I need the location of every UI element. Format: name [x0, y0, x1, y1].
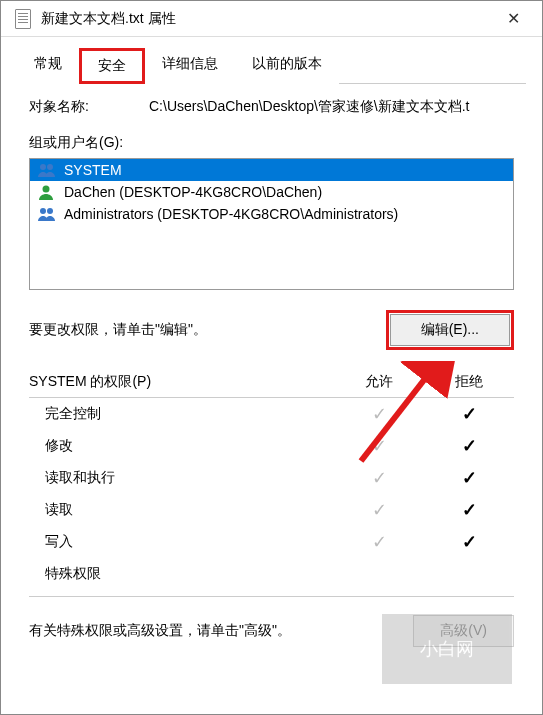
- watermark: 小白网: [382, 614, 512, 684]
- edit-hint: 要更改权限，请单击"编辑"。: [29, 321, 376, 339]
- allow-check-icon: ✓: [334, 405, 424, 423]
- titlebar: 新建文本文档.txt 属性 ✕: [1, 1, 542, 37]
- svg-point-1: [47, 164, 53, 170]
- perm-row-read: 读取 ✓ ✓: [29, 494, 514, 526]
- perm-name: 读取: [45, 501, 334, 519]
- edit-row: 要更改权限，请单击"编辑"。 编辑(E)...: [29, 310, 514, 350]
- edit-highlight: 编辑(E)...: [386, 310, 514, 350]
- deny-check-icon: ✓: [424, 405, 514, 423]
- perm-row-special: 特殊权限: [29, 558, 514, 590]
- window-title: 新建文本文档.txt 属性: [41, 10, 492, 28]
- deny-check-icon: ✓: [424, 533, 514, 551]
- allow-check-icon: ✓: [334, 437, 424, 455]
- perm-row-write: 写入 ✓ ✓: [29, 526, 514, 558]
- allow-check-icon: ✓: [334, 533, 424, 551]
- perm-name: 特殊权限: [45, 565, 334, 583]
- perm-row-modify: 修改 ✓ ✓: [29, 430, 514, 462]
- svg-point-0: [40, 164, 46, 170]
- perm-name: 读取和执行: [45, 469, 334, 487]
- svg-point-4: [47, 208, 53, 214]
- tab-content: 对象名称: C:\Users\DaChen\Desktop\管家速修\新建文本文…: [1, 84, 542, 661]
- svg-point-2: [43, 186, 50, 193]
- allow-column-header: 允许: [334, 373, 424, 391]
- permissions-list: 完全控制 ✓ ✓ 修改 ✓ ✓ 读取和执行 ✓ ✓ 读取 ✓ ✓ 写入 ✓ ✓ …: [29, 398, 514, 597]
- perm-name: 写入: [45, 533, 334, 551]
- user-item-administrators[interactable]: Administrators (DESKTOP-4KG8CRO\Administ…: [30, 203, 513, 225]
- group-icon: [36, 162, 58, 178]
- object-name-label: 对象名称:: [29, 98, 149, 116]
- perm-name: 修改: [45, 437, 334, 455]
- tab-details[interactable]: 详细信息: [145, 48, 235, 84]
- tab-security[interactable]: 安全: [79, 48, 145, 84]
- group-icon: [36, 206, 58, 222]
- user-icon: [36, 184, 58, 200]
- users-listbox[interactable]: SYSTEM DaChen (DESKTOP-4KG8CRO\DaChen) A…: [29, 158, 514, 290]
- advanced-hint: 有关特殊权限或高级设置，请单击"高级"。: [29, 622, 403, 640]
- permissions-header: SYSTEM 的权限(P) 允许 拒绝: [29, 370, 514, 398]
- allow-check-icon: ✓: [334, 469, 424, 487]
- user-item-label: SYSTEM: [64, 162, 122, 178]
- user-item-label: DaChen (DESKTOP-4KG8CRO\DaChen): [64, 184, 322, 200]
- user-item-dachen[interactable]: DaChen (DESKTOP-4KG8CRO\DaChen): [30, 181, 513, 203]
- perm-row-read-execute: 读取和执行 ✓ ✓: [29, 462, 514, 494]
- allow-check-icon: ✓: [334, 501, 424, 519]
- edit-button[interactable]: 编辑(E)...: [390, 314, 510, 346]
- deny-column-header: 拒绝: [424, 373, 514, 391]
- deny-check-icon: ✓: [424, 469, 514, 487]
- deny-check-icon: ✓: [424, 501, 514, 519]
- user-item-label: Administrators (DESKTOP-4KG8CRO\Administ…: [64, 206, 398, 222]
- svg-point-3: [40, 208, 46, 214]
- file-icon: [15, 9, 31, 29]
- deny-check-icon: ✓: [424, 437, 514, 455]
- perm-row-full-control: 完全控制 ✓ ✓: [29, 398, 514, 430]
- object-name-value: C:\Users\DaChen\Desktop\管家速修\新建文本文档.t: [149, 98, 514, 116]
- group-users-label: 组或用户名(G):: [29, 134, 514, 152]
- close-button[interactable]: ✕: [492, 1, 534, 36]
- tab-general[interactable]: 常规: [17, 48, 79, 84]
- perm-name: 完全控制: [45, 405, 334, 423]
- permissions-title: SYSTEM 的权限(P): [29, 373, 334, 391]
- tabs: 常规 安全 详细信息 以前的版本: [1, 37, 542, 83]
- user-item-system[interactable]: SYSTEM: [30, 159, 513, 181]
- object-name-row: 对象名称: C:\Users\DaChen\Desktop\管家速修\新建文本文…: [29, 98, 514, 116]
- tab-previous-versions[interactable]: 以前的版本: [235, 48, 339, 84]
